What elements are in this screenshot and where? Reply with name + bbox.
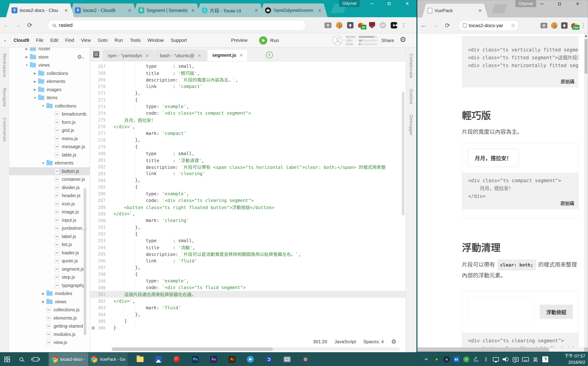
taskbar-clock[interactable]: 下午 07:57 2016/9/2 [564,353,585,366]
tree-item-button-js[interactable]: <>button.js [9,167,90,175]
share-button[interactable]: Share [381,38,394,43]
profile-badge[interactable]: Odymel [515,0,536,7]
refresh-button[interactable]: ⟳ [441,22,453,29]
display-tray-button[interactable] [493,353,499,366]
tree-item-list-js[interactable]: <>list.js [9,241,90,249]
tree-item-breadcrumb-[interactable]: <>breadcrumb. [9,110,90,118]
rail-debugger[interactable]: Debugger [409,115,414,136]
expand-arrow-icon[interactable]: ▶ [33,72,37,75]
timer-icon[interactable]: 13m [571,23,578,28]
expand-arrow-icon[interactable]: ▶ [33,88,37,91]
code-editor[interactable]: 267 type : small,268 title : '輕巧版',269 d… [90,61,406,352]
new-tab-button[interactable] [491,4,508,13]
minimize-button[interactable] [534,0,550,7]
lightbulb-icon[interactable] [561,22,568,29]
pinned-ae-button[interactable]: Ae [204,353,223,366]
timer-icon[interactable]: 2h [358,23,364,28]
maximize-button[interactable] [381,0,397,7]
taskbar-app-0[interactable]: tocas2-docs - Clo... [49,353,88,366]
tree-item-items[interactable]: ▼items [9,94,90,102]
menu-view[interactable]: View [77,38,94,43]
editor-vertical-scrollbar[interactable] [402,92,405,215]
camera-icon[interactable] [541,23,547,28]
tab-close-icon[interactable]: ✕ [64,8,68,13]
close-button[interactable]: ✕ [569,0,586,7]
cookie-icon[interactable] [551,22,558,29]
scroll-up-icon[interactable] [585,35,587,37]
source-code-label[interactable]: 原始碼 [560,200,574,206]
tree-item-label-js[interactable]: <>label.js [9,233,90,241]
collapse-arrow-icon[interactable]: ▼ [41,104,45,107]
cursor-position[interactable]: 301:20 [313,339,327,344]
taskbar-app-1[interactable]: VuePack - Google... [88,353,128,366]
menu-file[interactable]: File [33,38,47,43]
expand-arrow-icon[interactable]: ▶ [25,55,29,59]
browser-tab-2[interactable]: SSegment | Semantic✕ [133,3,201,17]
cookie-icon[interactable] [336,22,342,29]
collapse-arrow-icon[interactable]: ▼ [33,96,37,99]
tree-item-collections-js[interactable]: <>collections.js [9,306,90,314]
bookmark-star-icon[interactable]: ☆ [511,22,516,29]
tab-close-icon[interactable]: ✕ [254,8,259,13]
tab-close-icon[interactable]: ✕ [478,8,482,13]
pinned-ps-button[interactable]: Ps [186,353,204,366]
editor-tab-1[interactable]: bash - "ubuntu@✕ [155,50,206,61]
tree-item-typography-j[interactable]: <>typography.j [9,282,90,290]
add-editor-tab-button[interactable]: + [266,52,273,58]
tab-close-icon[interactable]: ✕ [239,53,243,58]
tree-item-quote-js[interactable]: <>quote.js [9,257,90,265]
refresh-button[interactable]: ⟳ [24,22,36,29]
tree-item-grid-js[interactable]: <>grid.js [9,126,90,135]
menu-edit[interactable]: Edit [47,38,61,43]
menu-cloud9[interactable]: Cloud9 [10,38,33,43]
rail-workspace[interactable]: Workspace [2,53,7,77]
tab-close-icon[interactable]: ✕ [127,8,132,13]
pinned-photos-button[interactable] [149,353,168,366]
browser-tab-1[interactable]: 9tocas2 - Cloud9✕ [69,3,137,17]
collapse-arrow-icon[interactable]: ▼ [25,64,29,67]
tree-item-modules-js[interactable]: <>modules.js [9,330,90,339]
browser-tab-3[interactable]: ʸ片段 - Tocas UI✕ [196,3,264,17]
start-button[interactable] [0,353,14,366]
pinned-explorer-button[interactable] [131,353,149,366]
tab-list-icon[interactable] [93,51,99,58]
editor-tab-0[interactable]: npm - "yamiodyn✕ [103,50,154,61]
pinned-recorder-button[interactable] [168,353,186,366]
expand-arrow-icon[interactable]: ▶ [33,80,37,83]
tree-item-loader-js[interactable]: <>loader.js [9,249,90,257]
tree-item-images[interactable]: ▶images [9,86,90,94]
pinned-ai-button[interactable]: Ai [223,353,241,366]
close-button[interactable]: ✕ [398,0,416,7]
camera-icon[interactable] [324,23,332,28]
tree-item-getting-started[interactable]: <>getting-started [9,322,90,330]
tree-item-collections[interactable]: ▼collections [9,102,90,110]
speaker-tray-button[interactable] [503,353,509,366]
tab-close-icon[interactable]: ✕ [317,8,322,13]
collapse-menu-icon[interactable]: ▲ [0,38,10,42]
menu-dots-icon[interactable]: ⋮ [402,22,405,29]
tree-item-container-js[interactable]: <>container.js [9,175,90,183]
browser-tab-4[interactable]: YamiOdymel/comm✕ [260,3,328,17]
menu-support[interactable]: Support [167,38,190,43]
tree-item-message-js[interactable]: <>message.js [9,143,90,151]
menu-tools[interactable]: Tools [126,38,144,43]
menu-run[interactable]: Run [111,38,127,43]
tree-item-router[interactable]: ▶router [9,47,90,53]
darkreader-icon[interactable] [391,22,397,29]
pinned-settings-app-button[interactable]: ⚙ [296,353,315,366]
tree-settings-gear-icon[interactable]: ⚙ [77,54,84,60]
editor-horizontal-scrollbar[interactable] [112,347,400,351]
tree-item-views[interactable]: ▼views [9,61,90,69]
page-horizontal-scrollbar[interactable] [418,347,584,351]
floated-button-example[interactable]: 浮動按鈕 [540,305,573,319]
profile-badge[interactable]: Odymel [339,0,360,7]
message-tray-button[interactable] [513,353,519,366]
back-button[interactable]: ← [418,22,430,29]
tree-item-step-js[interactable]: <>step.js [9,273,90,282]
green-dot-tray-button[interactable] [433,353,440,366]
gdrive-tray-button[interactable] [473,353,479,366]
m-circle-icon[interactable]: m [380,22,386,29]
tree-item-table-js[interactable]: <>table.js [9,151,90,159]
minimize-button[interactable] [363,0,380,7]
menu-window[interactable]: Window [144,38,167,43]
